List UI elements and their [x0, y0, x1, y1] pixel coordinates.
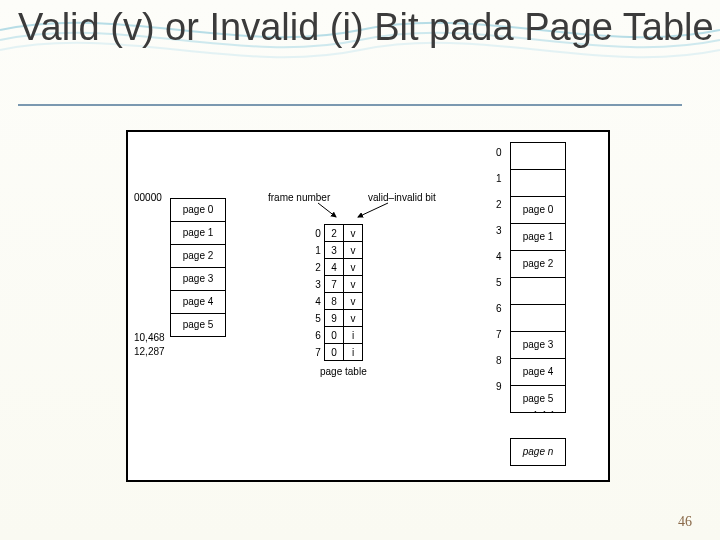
table-row: 02v [312, 225, 363, 242]
frame-index: 4 [496, 251, 502, 262]
frame-cell: page 5 [511, 386, 565, 413]
logical-page: page 0 [171, 199, 225, 222]
table-row: 37v [312, 276, 363, 293]
logical-page: page 4 [171, 291, 225, 314]
page-number: 46 [678, 514, 692, 530]
addr-label-top: 00000 [134, 192, 162, 203]
addr-label-mid: 10,468 [134, 332, 165, 343]
logical-pages: page 0 page 1 page 2 page 3 page 4 page … [170, 198, 226, 337]
table-row: 60i [312, 327, 363, 344]
title-underline [18, 104, 682, 106]
table-row: 70i [312, 344, 363, 361]
frame-index: 1 [496, 173, 502, 184]
frame-cell: page 2 [511, 251, 565, 278]
frame-index: 3 [496, 225, 502, 236]
page-table: 02v 13v 24v 37v 48v 59v 60i 70i [312, 224, 363, 361]
frame-cell [511, 170, 565, 197]
frame-index: 6 [496, 303, 502, 314]
frame-index: 8 [496, 355, 502, 366]
vertical-ellipsis-icon: · · · [532, 410, 557, 414]
frame-cell: page 3 [511, 332, 565, 359]
frame-index: 9 [496, 381, 502, 392]
logical-page: page 5 [171, 314, 225, 337]
svg-line-1 [358, 203, 388, 217]
logical-page: page 3 [171, 268, 225, 291]
frame-cell [511, 143, 565, 170]
logical-page: page 1 [171, 222, 225, 245]
frame-cell-n: page n [511, 439, 565, 466]
frame-index: 5 [496, 277, 502, 288]
diagram: 00000 10,468 12,287 page 0 page 1 page 2… [126, 130, 610, 482]
page-table-caption: page table [320, 366, 367, 377]
svg-line-0 [318, 203, 336, 217]
table-row: 24v [312, 259, 363, 276]
frame-cell [511, 278, 565, 305]
table-row: 13v [312, 242, 363, 259]
frame-cell [511, 305, 565, 332]
slide: Valid (v) or Invalid (i) Bit pada Page T… [0, 0, 720, 540]
table-row: 59v [312, 310, 363, 327]
frame-index: 7 [496, 329, 502, 340]
page-title: Valid (v) or Invalid (i) Bit pada Page T… [18, 6, 714, 50]
frame-cell: page 4 [511, 359, 565, 386]
label-arrows [258, 187, 458, 227]
frame-index: 0 [496, 147, 502, 158]
logical-page: page 2 [171, 245, 225, 268]
frame-index: 2 [496, 199, 502, 210]
table-row: 48v [312, 293, 363, 310]
frame-cell: page 0 [511, 197, 565, 224]
addr-label-bot: 12,287 [134, 346, 165, 357]
frame-cell: page 1 [511, 224, 565, 251]
